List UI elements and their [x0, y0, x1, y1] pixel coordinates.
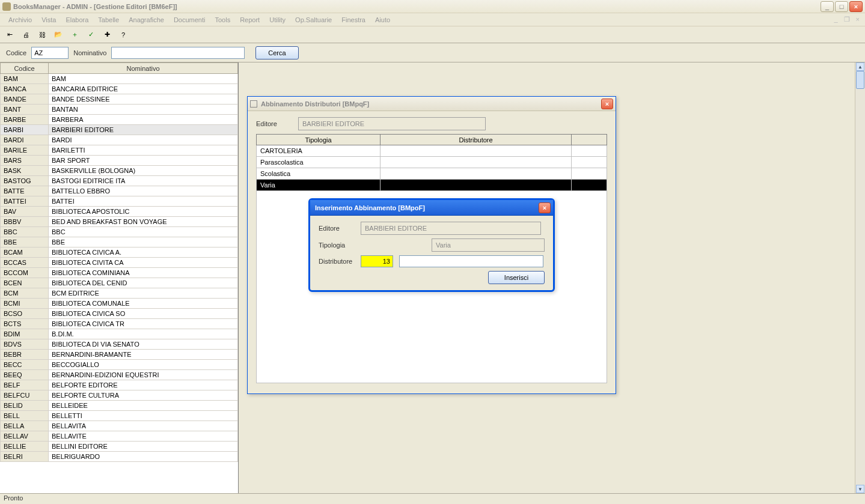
ins-distributore-name[interactable]	[399, 255, 543, 267]
col-tipologia[interactable]: Tipologia	[257, 135, 381, 145]
print-icon[interactable]: 🖨	[19, 28, 33, 41]
table-row[interactable]: BANDEBANDE DESSINEE	[1, 94, 238, 105]
table-row[interactable]: BAMBAM	[1, 74, 238, 84]
table-row[interactable]: BELIDBELLEIDEE	[1, 401, 238, 411]
right-panel: Abbinamento Distributori [BMpqF] × Edito…	[239, 62, 865, 494]
table-row[interactable]: BBCBBC	[1, 227, 238, 237]
table-row[interactable]: BELFCUBELFORTE CULTURA	[1, 390, 238, 401]
table-row[interactable]: BARBIBARBIERI EDITORE	[1, 125, 238, 135]
menu-finestra[interactable]: Finestra	[337, 15, 370, 25]
menu-archivio[interactable]: Archivio	[4, 15, 37, 25]
col-distributore[interactable]: Distributore	[381, 135, 572, 145]
scroll-down-icon[interactable]: ▼	[856, 485, 864, 493]
menu-tabelle[interactable]: Tabelle	[93, 15, 124, 25]
dialog-abbinamento-titlebar[interactable]: Abbinamento Distributori [BMpqF] ×	[248, 97, 616, 111]
cell-codice: BCSO	[1, 309, 49, 319]
table-row[interactable]: BASKBASKERVILLE (BOLOGNA)	[1, 166, 238, 176]
dialog-inserimento: Inserimento Abbinamento [BMpoF] × Editor…	[308, 198, 555, 292]
table-row[interactable]: BAVBIBLIOTECA APOSTOLIC	[1, 207, 238, 217]
maximize-button[interactable]: □	[835, 1, 848, 12]
table-row[interactable]: BELLIEBELLINI EDITORE	[1, 442, 238, 452]
table-row[interactable]: BCCOMBIBLIOTECA COMINIANA	[1, 268, 238, 278]
help-icon[interactable]: ?	[116, 28, 130, 41]
table-row[interactable]: BARILEBARILETTI	[1, 145, 238, 156]
menu-anagrafiche[interactable]: Anagrafiche	[124, 15, 169, 25]
table-row[interactable]: BELLBELLETTI	[1, 411, 238, 421]
cerca-button[interactable]: Cerca	[255, 46, 298, 59]
minimize-button[interactable]: _	[821, 1, 834, 12]
table-row[interactable]: BECCBECCOGIALLO	[1, 360, 238, 370]
table-row[interactable]: BCMIBIBLIOTECA COMUNALE	[1, 299, 238, 309]
table-row[interactable]: BANTBANTAN	[1, 105, 238, 115]
table-row[interactable]: BDIMB.DI.M.	[1, 329, 238, 339]
exit-icon[interactable]: ⇤	[2, 28, 17, 41]
nominativo-input[interactable]	[111, 47, 245, 59]
cell-nominativo: BIBLIOTECA CIVICA TR	[49, 319, 238, 329]
tipologia-row[interactable]: CARTOLERIA	[257, 145, 607, 157]
tipologia-grid[interactable]: Tipologia Distributore CARTOLERIAParasco…	[256, 134, 607, 191]
table-row[interactable]: BANCABANCARIA EDITRICE	[1, 84, 238, 94]
cell-codice: BARILE	[1, 145, 49, 156]
folder-icon[interactable]: 📂	[51, 28, 66, 41]
mdi-close-icon[interactable]: ×	[854, 16, 861, 23]
editors-grid[interactable]: Codice Nominativo BAMBAMBANCABANCARIA ED…	[0, 62, 238, 462]
mdi-restore-icon[interactable]: ❐	[842, 16, 852, 23]
table-row[interactable]: BELFBELFORTE EDITORE	[1, 380, 238, 390]
dialog-abbinamento-close[interactable]: ×	[601, 99, 613, 109]
tipologia-row[interactable]: Scolastica	[257, 168, 607, 180]
menu-elabora[interactable]: Elabora	[61, 15, 93, 25]
close-button[interactable]: ×	[849, 1, 863, 12]
table-row[interactable]: BEEQBERNARDINI-EDIZIONI EQUESTRI	[1, 370, 238, 380]
cell-codice: BBBV	[1, 217, 49, 227]
col-nominativo[interactable]: Nominativo	[49, 63, 238, 74]
inserisci-button[interactable]: Inserisci	[488, 271, 545, 284]
vertical-scrollbar[interactable]: ▲ ▼	[855, 62, 865, 493]
menu-tools[interactable]: Tools	[210, 15, 235, 25]
dialog-inserimento-close[interactable]: ×	[539, 202, 551, 213]
tipologia-row[interactable]: Parascolastica	[257, 157, 607, 168]
table-row[interactable]: BARBEBARBERA	[1, 115, 238, 125]
new-icon[interactable]: ＋	[67, 28, 82, 41]
tipologia-row[interactable]: Varia	[257, 180, 607, 191]
mdi-minimize-icon[interactable]: _	[832, 16, 839, 23]
cell-distributore	[381, 157, 572, 168]
table-row[interactable]: BELLAVBELLAVITE	[1, 431, 238, 442]
table-row[interactable]: BBEBBE	[1, 237, 238, 247]
main-area: Codice Nominativo BAMBAMBANCABANCARIA ED…	[0, 62, 865, 494]
scroll-up-icon[interactable]: ▲	[856, 62, 864, 71]
codice-input[interactable]	[31, 47, 69, 59]
plus-icon[interactable]: ✚	[100, 28, 114, 41]
table-row[interactable]: BDVSBIBLIOTECA DI VIA SENATO	[1, 339, 238, 350]
table-row[interactable]: BATTEBATTELLO EBBRO	[1, 186, 238, 196]
table-row[interactable]: BATTEIBATTEI	[1, 196, 238, 207]
table-row[interactable]: BCCASBIBLIOTECA CIVITA CA	[1, 258, 238, 268]
table-row[interactable]: BASTOGBASTOGI EDITRICE ITA	[1, 176, 238, 186]
scroll-thumb[interactable]	[856, 71, 864, 89]
cell-codice: BELL	[1, 411, 49, 421]
table-row[interactable]: BCSOBIBLIOTECA CIVICA SO	[1, 309, 238, 319]
col-codice[interactable]: Codice	[1, 63, 49, 74]
table-row[interactable]: BCMBCM EDITRICE	[1, 288, 238, 299]
menu-utility[interactable]: Utility	[264, 15, 290, 25]
table-row[interactable]: BELRIBELRIGUARDO	[1, 452, 238, 462]
cell-codice: BCCAS	[1, 258, 49, 268]
table-row[interactable]: BARDIBARDI	[1, 135, 238, 145]
table-row[interactable]: BARSBAR SPORT	[1, 156, 238, 166]
table-row[interactable]: BCAMBIBLIOTECA CIVICA A.	[1, 247, 238, 258]
ins-distributore-code[interactable]	[361, 255, 393, 267]
dialog-inserimento-titlebar[interactable]: Inserimento Abbinamento [BMpoF] ×	[310, 200, 553, 216]
table-row[interactable]: BEBRBERNARDINI-BRAMANTE	[1, 350, 238, 360]
table-row[interactable]: BELLABELLAVITA	[1, 421, 238, 431]
menu-report[interactable]: Report	[235, 15, 264, 25]
menu-vista[interactable]: Vista	[37, 15, 61, 25]
menu-aiuto[interactable]: Aiuto	[370, 15, 395, 25]
link-icon[interactable]: ⛓	[35, 28, 49, 41]
table-row[interactable]: BCENBIBLIOTECA DEL CENID	[1, 278, 238, 288]
menu-documenti[interactable]: Documenti	[169, 15, 210, 25]
codice-label: Codice	[6, 49, 26, 56]
check-icon[interactable]: ✓	[84, 28, 98, 41]
cell-codice: BELID	[1, 401, 49, 411]
menu-op.saltuarie[interactable]: Op.Saltuarie	[290, 15, 337, 25]
table-row[interactable]: BBBVBED AND BREAKFAST BON VOYAGE	[1, 217, 238, 227]
table-row[interactable]: BCTSBIBLIOTECA CIVICA TR	[1, 319, 238, 329]
